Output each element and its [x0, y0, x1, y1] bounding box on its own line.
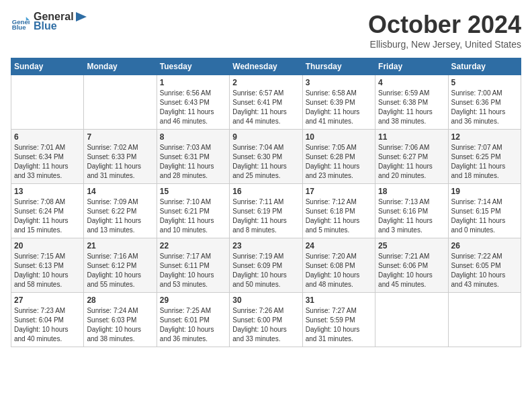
day-info: Sunrise: 6:56 AM Sunset: 6:43 PM Dayligh…	[160, 89, 226, 126]
day-info: Sunrise: 7:13 AM Sunset: 6:16 PM Dayligh…	[378, 197, 445, 235]
day-info: Sunrise: 7:10 AM Sunset: 6:21 PM Dayligh…	[160, 197, 226, 235]
logo-flag-icon	[75, 12, 87, 21]
page-header: General Blue General Blue October 2024 E…	[11, 11, 521, 50]
calendar-cell: 28Sunrise: 7:24 AM Sunset: 6:03 PM Dayli…	[84, 293, 157, 347]
day-info: Sunrise: 7:16 AM Sunset: 6:12 PM Dayligh…	[87, 252, 153, 289]
day-info: Sunrise: 7:27 AM Sunset: 5:59 PM Dayligh…	[306, 306, 372, 344]
calendar-cell: 9Sunrise: 7:04 AM Sunset: 6:30 PM Daylig…	[230, 130, 302, 184]
day-number: 12	[451, 132, 518, 142]
day-number: 31	[306, 295, 372, 305]
day-info: Sunrise: 7:11 AM Sunset: 6:19 PM Dayligh…	[232, 197, 299, 235]
calendar-cell: 8Sunrise: 7:03 AM Sunset: 6:31 PM Daylig…	[157, 130, 229, 184]
day-number: 28	[87, 295, 153, 305]
calendar-cell	[11, 75, 84, 130]
day-number: 26	[451, 241, 518, 250]
calendar-cell: 24Sunrise: 7:20 AM Sunset: 6:08 PM Dayli…	[302, 238, 375, 293]
day-info: Sunrise: 7:00 AM Sunset: 6:36 PM Dayligh…	[451, 89, 518, 126]
day-number: 1	[160, 78, 226, 87]
day-info: Sunrise: 7:03 AM Sunset: 6:31 PM Dayligh…	[160, 143, 226, 181]
week-row-5: 27Sunrise: 7:23 AM Sunset: 6:04 PM Dayli…	[11, 293, 521, 347]
day-number: 3	[306, 78, 372, 87]
day-info: Sunrise: 7:04 AM Sunset: 6:30 PM Dayligh…	[232, 143, 299, 181]
day-info: Sunrise: 7:23 AM Sunset: 6:04 PM Dayligh…	[14, 306, 81, 344]
calendar-cell: 30Sunrise: 7:26 AM Sunset: 6:00 PM Dayli…	[230, 293, 302, 347]
calendar-cell: 19Sunrise: 7:14 AM Sunset: 6:15 PM Dayli…	[448, 184, 521, 238]
day-number: 2	[232, 78, 299, 87]
day-header-tuesday: Tuesday	[157, 58, 229, 75]
week-row-1: 1Sunrise: 6:56 AM Sunset: 6:43 PM Daylig…	[11, 75, 521, 130]
logo: General Blue General Blue	[11, 11, 87, 32]
location: Ellisburg, New Jersey, United States	[368, 39, 521, 50]
logo-icon: General Blue	[11, 12, 30, 31]
calendar-cell: 1Sunrise: 6:56 AM Sunset: 6:43 PM Daylig…	[157, 75, 229, 130]
day-number: 14	[87, 187, 153, 196]
day-header-sunday: Sunday	[11, 58, 84, 75]
week-row-2: 6Sunrise: 7:01 AM Sunset: 6:34 PM Daylig…	[11, 130, 521, 184]
week-row-3: 13Sunrise: 7:08 AM Sunset: 6:24 PM Dayli…	[11, 184, 521, 238]
day-number: 5	[451, 78, 518, 87]
calendar-cell: 17Sunrise: 7:12 AM Sunset: 6:18 PM Dayli…	[302, 184, 375, 238]
day-number: 11	[378, 132, 445, 142]
day-info: Sunrise: 7:05 AM Sunset: 6:28 PM Dayligh…	[306, 143, 372, 181]
calendar-cell	[375, 293, 448, 347]
calendar-cell: 5Sunrise: 7:00 AM Sunset: 6:36 PM Daylig…	[448, 75, 521, 130]
day-info: Sunrise: 7:25 AM Sunset: 6:01 PM Dayligh…	[160, 306, 226, 344]
day-header-friday: Friday	[375, 58, 448, 75]
day-number: 10	[306, 132, 372, 142]
calendar-cell: 20Sunrise: 7:15 AM Sunset: 6:13 PM Dayli…	[11, 238, 84, 293]
calendar-cell: 7Sunrise: 7:02 AM Sunset: 6:33 PM Daylig…	[84, 130, 157, 184]
logo-blue: Blue	[34, 20, 57, 32]
calendar-cell: 25Sunrise: 7:21 AM Sunset: 6:06 PM Dayli…	[375, 238, 448, 293]
day-info: Sunrise: 7:02 AM Sunset: 6:33 PM Dayligh…	[87, 143, 153, 181]
day-info: Sunrise: 7:06 AM Sunset: 6:27 PM Dayligh…	[378, 143, 445, 181]
week-row-4: 20Sunrise: 7:15 AM Sunset: 6:13 PM Dayli…	[11, 238, 521, 293]
day-info: Sunrise: 7:15 AM Sunset: 6:13 PM Dayligh…	[14, 252, 81, 289]
month-title: October 2024	[368, 11, 521, 39]
calendar-cell: 11Sunrise: 7:06 AM Sunset: 6:27 PM Dayli…	[375, 130, 448, 184]
day-header-saturday: Saturday	[448, 58, 521, 75]
calendar-cell: 6Sunrise: 7:01 AM Sunset: 6:34 PM Daylig…	[11, 130, 84, 184]
day-number: 7	[87, 132, 153, 142]
day-info: Sunrise: 7:22 AM Sunset: 6:05 PM Dayligh…	[451, 252, 518, 289]
day-info: Sunrise: 7:26 AM Sunset: 6:00 PM Dayligh…	[232, 306, 299, 344]
day-info: Sunrise: 7:14 AM Sunset: 6:15 PM Dayligh…	[451, 197, 518, 235]
day-number: 4	[378, 78, 445, 87]
calendar-cell	[84, 75, 157, 130]
day-info: Sunrise: 7:09 AM Sunset: 6:22 PM Dayligh…	[87, 197, 153, 235]
day-number: 17	[306, 187, 372, 196]
calendar-cell: 26Sunrise: 7:22 AM Sunset: 6:05 PM Dayli…	[448, 238, 521, 293]
day-info: Sunrise: 7:17 AM Sunset: 6:11 PM Dayligh…	[160, 252, 226, 289]
day-info: Sunrise: 6:57 AM Sunset: 6:41 PM Dayligh…	[232, 89, 299, 126]
day-number: 9	[232, 132, 299, 142]
calendar-cell: 18Sunrise: 7:13 AM Sunset: 6:16 PM Dayli…	[375, 184, 448, 238]
calendar-cell: 27Sunrise: 7:23 AM Sunset: 6:04 PM Dayli…	[11, 293, 84, 347]
day-number: 23	[232, 241, 299, 250]
calendar-cell: 31Sunrise: 7:27 AM Sunset: 5:59 PM Dayli…	[302, 293, 375, 347]
calendar-cell: 3Sunrise: 6:58 AM Sunset: 6:39 PM Daylig…	[302, 75, 375, 130]
day-number: 24	[306, 241, 372, 250]
day-info: Sunrise: 6:58 AM Sunset: 6:39 PM Dayligh…	[306, 89, 372, 126]
day-info: Sunrise: 7:12 AM Sunset: 6:18 PM Dayligh…	[306, 197, 372, 235]
day-number: 19	[451, 187, 518, 196]
calendar-cell: 12Sunrise: 7:07 AM Sunset: 6:25 PM Dayli…	[448, 130, 521, 184]
day-header-thursday: Thursday	[302, 58, 375, 75]
day-number: 30	[232, 295, 299, 305]
days-header-row: SundayMondayTuesdayWednesdayThursdayFrid…	[11, 58, 521, 75]
day-header-monday: Monday	[84, 58, 157, 75]
day-number: 25	[378, 241, 445, 250]
day-info: Sunrise: 6:59 AM Sunset: 6:38 PM Dayligh…	[378, 89, 445, 126]
calendar-cell: 4Sunrise: 6:59 AM Sunset: 6:38 PM Daylig…	[375, 75, 448, 130]
day-number: 29	[160, 295, 226, 305]
day-info: Sunrise: 7:19 AM Sunset: 6:09 PM Dayligh…	[232, 252, 299, 289]
day-header-wednesday: Wednesday	[230, 58, 302, 75]
day-number: 8	[160, 132, 226, 142]
calendar-cell	[448, 293, 521, 347]
day-info: Sunrise: 7:24 AM Sunset: 6:03 PM Dayligh…	[87, 306, 153, 344]
day-number: 13	[14, 187, 81, 196]
day-number: 18	[378, 187, 445, 196]
calendar-cell: 21Sunrise: 7:16 AM Sunset: 6:12 PM Dayli…	[84, 238, 157, 293]
day-number: 20	[14, 241, 81, 250]
day-number: 21	[87, 241, 153, 250]
day-info: Sunrise: 7:01 AM Sunset: 6:34 PM Dayligh…	[14, 143, 81, 181]
day-info: Sunrise: 7:20 AM Sunset: 6:08 PM Dayligh…	[306, 252, 372, 289]
